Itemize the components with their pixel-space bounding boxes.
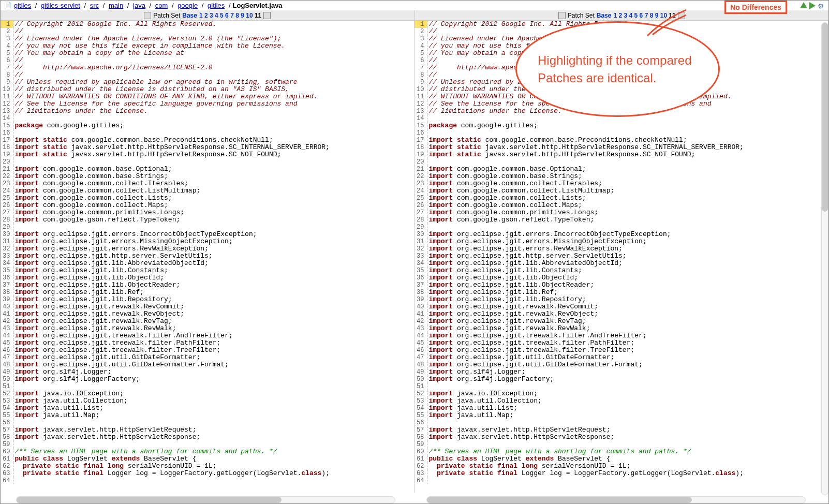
patchset-number[interactable]: 6 [640,12,643,19]
code-line[interactable]: 36import org.eclipse.jgit.lib.ObjectId; [415,274,744,281]
code-line[interactable]: 31import org.eclipse.jgit.errors.Missing… [1,238,330,245]
code-line[interactable]: 16 [1,129,330,137]
vertical-scrollbar[interactable] [821,22,828,495]
code-line[interactable]: 34import org.eclipse.jgit.lib.Abbreviate… [1,260,330,267]
code-panel-left[interactable]: 1// Copyright 2012 Google Inc. All Right… [1,21,415,493]
code-line[interactable]: 15package com.google.gitiles; [415,122,744,129]
code-line[interactable]: 37import org.eclipse.jgit.lib.ObjectRead… [1,281,330,289]
code-line[interactable]: 51 [1,383,330,390]
code-line[interactable]: 21import com.google.common.base.Optional… [415,166,744,173]
code-line[interactable]: 8// [1,71,330,79]
code-line[interactable]: 62 private static final long serialVersi… [1,463,330,470]
code-line[interactable]: 24import com.google.common.collect.ListM… [415,187,744,195]
code-line[interactable]: 50import org.slf4j.LoggerFactory; [1,376,330,383]
horizontal-scrollbar-left[interactable] [16,496,395,503]
tab-icon[interactable] [144,12,151,19]
code-line[interactable]: 47import org.eclipse.jgit.util.GitDateFo… [415,354,744,361]
patchset-number[interactable]: 3 [624,12,628,19]
patchset-number[interactable]: 7 [230,12,234,19]
code-line[interactable]: 10// distributed under the License is di… [1,86,330,93]
code-line[interactable]: 45import org.eclipse.jgit.treewalk.filte… [415,339,744,347]
patchset-base[interactable]: Base [597,12,612,19]
gear-icon[interactable]: ⚙ [818,2,824,11]
code-line[interactable]: 46import org.eclipse.jgit.treewalk.filte… [415,347,744,354]
code-line[interactable]: 63 private static final Logger log = Log… [1,470,330,477]
code-line[interactable]: 62 private static final long serialVersi… [415,463,744,470]
patchset-base[interactable]: Base [182,12,197,19]
code-line[interactable]: 39import org.eclipse.jgit.lib.Repository… [1,296,330,303]
code-line[interactable]: 11// WITHOUT WARRANTIES OR CONDITIONS OF… [1,93,330,100]
code-line[interactable]: 42import org.eclipse.jgit.revwalk.RevTag… [415,318,744,325]
patchset-number[interactable]: 1 [613,12,617,19]
code-line[interactable]: 22import com.google.common.base.Strings; [415,173,744,180]
code-line[interactable]: 60/** Serves an HTML page with a shortlo… [1,448,330,455]
code-line[interactable]: 64 [1,477,330,484]
code-line[interactable]: 55import java.util.Map; [415,412,744,419]
code-line[interactable]: 48import org.eclipse.jgit.util.GitDateFo… [1,361,330,368]
code-line[interactable]: 12// See the License for the specific la… [1,100,330,108]
code-line[interactable]: 46import org.eclipse.jgit.treewalk.filte… [1,347,330,354]
code-line[interactable]: 47import org.eclipse.jgit.util.GitDateFo… [1,354,330,361]
code-line[interactable]: 56 [1,419,330,426]
code-line[interactable]: 21import com.google.common.base.Optional… [1,166,330,173]
patchset-number[interactable]: 10 [246,12,253,19]
code-line[interactable]: 59 [1,441,330,448]
code-line[interactable]: 53import java.util.Collection; [415,397,744,405]
code-line[interactable]: 29 [415,224,744,231]
code-line[interactable]: 2// [1,28,330,35]
code-line[interactable]: 34import org.eclipse.jgit.lib.Abbreviate… [415,260,744,267]
code-line[interactable]: 9// Unless required by applicable law or… [1,79,330,86]
code-line[interactable]: 32import org.eclipse.jgit.errors.RevWalk… [1,245,330,253]
code-line[interactable]: 24import com.google.common.collect.ListM… [1,187,330,195]
code-line[interactable]: 57import javax.servlet.http.HttpServletR… [415,426,744,434]
breadcrumb-link[interactable]: gitiles-servlet [41,2,80,9]
code-line[interactable]: 28import com.google.gson.reflect.TypeTok… [415,216,744,224]
code-line[interactable]: 49import org.slf4j.Logger; [415,368,744,376]
code-line[interactable]: 57import javax.servlet.http.HttpServletR… [1,426,330,434]
code-line[interactable]: 53import java.util.Collection; [1,397,330,405]
code-line[interactable]: 49import org.slf4j.Logger; [1,368,330,376]
code-line[interactable]: 17import static com.google.common.base.P… [1,137,330,144]
code-line[interactable]: 35import org.eclipse.jgit.lib.Constants; [1,267,330,274]
patchset-number[interactable]: 2 [204,12,208,19]
code-line[interactable]: 32import org.eclipse.jgit.errors.RevWalk… [415,245,744,253]
breadcrumb-link[interactable]: gitiles [208,2,225,9]
code-line[interactable]: 16 [415,129,744,137]
code-line[interactable]: 56 [415,419,744,426]
code-line[interactable]: 7// http://www.apache.org/licenses/LICEN… [1,64,330,71]
code-line[interactable]: 35import org.eclipse.jgit.lib.Constants; [415,267,744,274]
code-line[interactable]: 58import javax.servlet.http.HttpServletR… [1,434,330,441]
code-line[interactable]: 26import com.google.common.collect.Maps; [415,202,744,209]
patchset-number[interactable]: 5 [220,12,224,19]
code-line[interactable]: 43import org.eclipse.jgit.revwalk.RevWal… [1,325,330,332]
patchset-number[interactable]: 6 [225,12,229,19]
code-line[interactable]: 29 [1,224,330,231]
patchset-number[interactable]: 11 [255,12,261,19]
code-line[interactable]: 15package com.google.gitiles; [1,122,330,129]
code-line[interactable]: 17import static com.google.common.base.P… [415,137,744,144]
patchset-number[interactable]: 1 [199,12,203,19]
code-line[interactable]: 44import org.eclipse.jgit.treewalk.filte… [1,332,330,339]
code-line[interactable]: 33import org.eclipse.jgit.http.server.Se… [1,253,330,260]
code-line[interactable]: 33import org.eclipse.jgit.http.server.Se… [415,253,744,260]
breadcrumb-link[interactable]: gitiles [14,2,31,9]
patchset-number[interactable]: 8 [235,12,239,19]
breadcrumb-link[interactable]: google [177,2,198,9]
code-line[interactable]: 14 [1,115,330,122]
code-line[interactable]: 23import com.google.common.collect.Itera… [1,180,330,187]
tab-icon[interactable] [558,12,566,19]
patchset-number[interactable]: 9 [241,12,244,19]
code-line[interactable]: 42import org.eclipse.jgit.revwalk.RevTag… [1,318,330,325]
code-line[interactable]: 52import java.io.IOException; [415,390,744,397]
code-line[interactable]: 3// Licensed under the Apache License, V… [1,35,330,42]
code-line[interactable]: 13// limitations under the License. [1,108,330,115]
code-line[interactable]: 45import org.eclipse.jgit.treewalk.filte… [1,339,330,347]
code-line[interactable]: 27import com.google.common.primitives.Lo… [1,209,330,216]
code-line[interactable]: 60/** Serves an HTML page with a shortlo… [415,448,744,455]
code-line[interactable]: 6// [1,57,330,64]
code-line[interactable]: 30import org.eclipse.jgit.errors.Incorre… [1,231,330,238]
breadcrumb-link[interactable]: main [109,2,123,9]
code-line[interactable]: 44import org.eclipse.jgit.treewalk.filte… [415,332,744,339]
code-line[interactable]: 14 [415,115,744,122]
code-line[interactable]: 38import org.eclipse.jgit.lib.Ref; [1,289,330,296]
